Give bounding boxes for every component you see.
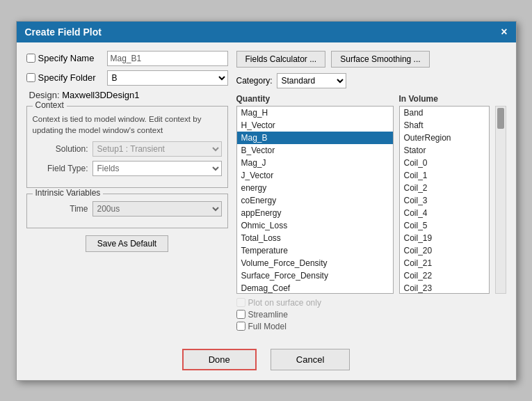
quantity-item[interactable]: Mag_B [237,132,393,144]
left-panel: Specify Name Specify Folder B Design: Ma… [26,51,228,333]
plot-surface-label: Plot on surface only [248,298,321,308]
solution-label: Solution: [33,144,88,154]
specify-name-checkbox-container: Specify Name [26,53,103,63]
volume-item[interactable]: Coil_4 [400,207,489,219]
quantity-item[interactable]: Mag_J [237,157,393,169]
volume-item[interactable]: Coil_19 [400,232,489,244]
specify-folder-row: Specify Folder B [26,70,228,86]
dialog-body: Specify Name Specify Folder B Design: Ma… [17,42,516,342]
full-model-checkbox[interactable] [236,322,245,331]
specify-folder-checkbox[interactable] [26,73,35,82]
specify-name-label: Specify Name [38,53,95,63]
context-desc: Context is tied to model window. Edit co… [33,113,222,136]
volume-item[interactable]: Coil_1 [400,169,489,182]
quantity-item[interactable]: H_Vector [237,119,393,132]
design-label: Design: [29,90,60,100]
intrinsic-title: Intrinsic Variables [33,188,104,198]
time-row: Time 200us [33,201,222,217]
scrollbar[interactable] [495,106,506,294]
volume-item[interactable]: Coil_0 [400,157,489,169]
quantity-header: Quantity [236,94,394,104]
solution-select[interactable]: Setup1 : Transient [92,141,222,157]
field-type-row: Field Type: Fields Far Fields Near Field… [33,161,222,176]
save-default-button[interactable]: Save As Default [86,235,168,252]
dialog-title: Create Field Plot [25,26,102,38]
columns-area: Mag_HH_VectorMag_BB_VectorMag_JJ_Vectore… [236,106,506,294]
surface-smoothing-button[interactable]: Surface Smoothing ... [331,51,429,68]
volume-item[interactable]: Coil_2 [400,182,489,194]
time-select[interactable]: 200us [92,201,222,217]
quantity-item[interactable]: B_Vector [237,144,393,157]
volume-item[interactable]: Coil_23 [400,282,489,294]
volume-list[interactable]: BandShaftOuterRegionStatorCoil_0Coil_1Co… [399,106,490,294]
volume-item[interactable]: Coil_20 [400,244,489,257]
volume-item[interactable]: OuterRegion [400,132,489,144]
quantity-item[interactable]: Surface_Force_Density [237,269,393,282]
scroll-thumb [497,108,504,129]
specify-folder-select[interactable]: B [107,70,228,86]
quantity-item[interactable]: energy [237,182,393,194]
field-type-select[interactable]: Fields Far Fields Near Fields [92,161,222,176]
design-row: Design: Maxwell3DDesign1 [26,90,228,100]
quantity-list[interactable]: Mag_HH_VectorMag_BB_VectorMag_JJ_Vectore… [236,106,394,294]
title-bar: Create Field Plot × [17,22,516,42]
quantity-item[interactable]: appEnergy [237,207,393,219]
quantity-item[interactable]: Ohmic_Loss [237,219,393,232]
fields-calculator-button[interactable]: Fields Calculator ... [236,51,326,68]
plot-surface-checkbox[interactable] [236,298,245,307]
field-type-label: Field Type: [33,164,88,173]
quantity-item[interactable]: coEnergy [237,194,393,207]
quantity-item[interactable]: Volume_Force_Density [237,257,393,269]
quantity-item[interactable]: Mag_H [237,107,393,119]
volume-item[interactable]: Stator [400,144,489,157]
category-select[interactable]: Standard Custom [277,73,346,88]
right-bottom-options: Plot on surface only Streamline Full Mod… [236,298,506,331]
volume-item[interactable]: Coil_5 [400,219,489,232]
volume-item[interactable]: Band [400,107,489,119]
specify-folder-checkbox-container: Specify Folder [26,72,103,83]
specify-name-input[interactable] [107,51,228,66]
volume-item[interactable]: Coil_22 [400,269,489,282]
design-value: Maxwell3DDesign1 [62,90,139,100]
dialog-footer: Done Cancel [17,342,516,380]
full-model-label: Full Model [248,322,287,331]
volume-item[interactable]: Shaft [400,119,489,132]
full-model-row: Full Model [236,322,506,331]
quantity-item[interactable]: J_Vector [237,169,393,182]
category-row: Category: Standard Custom [236,73,506,88]
top-buttons-row: Fields Calculator ... Surface Smoothing … [236,51,506,68]
streamline-row: Streamline [236,310,506,320]
done-button[interactable]: Done [182,349,257,370]
volume-column: BandShaftOuterRegionStatorCoil_0Coil_1Co… [399,106,490,294]
volume-header: In Volume [399,94,490,104]
volume-item[interactable]: Coil_21 [400,257,489,269]
time-label: Time [33,204,88,214]
create-field-plot-dialog: Create Field Plot × Specify Name Specify… [16,21,517,381]
streamline-checkbox[interactable] [236,310,245,319]
intrinsic-box: Intrinsic Variables Time 200us [26,194,228,228]
quantity-item[interactable]: Temperature [237,244,393,257]
close-button[interactable]: × [501,26,507,38]
context-box: Context Context is tied to model window.… [26,106,228,188]
solution-row: Solution: Setup1 : Transient [33,141,222,157]
right-panel: Fields Calculator ... Surface Smoothing … [236,51,506,333]
columns-header: Quantity In Volume [236,94,506,106]
streamline-label: Streamline [248,310,288,320]
quantity-item[interactable]: Demag_Coef [237,282,393,294]
category-label: Category: [236,76,273,86]
cancel-button[interactable]: Cancel [271,349,350,370]
quantity-item[interactable]: Total_Loss [237,232,393,244]
context-title: Context [33,100,67,110]
specify-name-row: Specify Name [26,51,228,66]
specify-folder-label: Specify Folder [38,72,96,83]
volume-item[interactable]: Coil_3 [400,194,489,207]
plot-surface-row: Plot on surface only [236,298,506,308]
specify-name-checkbox[interactable] [26,54,35,63]
